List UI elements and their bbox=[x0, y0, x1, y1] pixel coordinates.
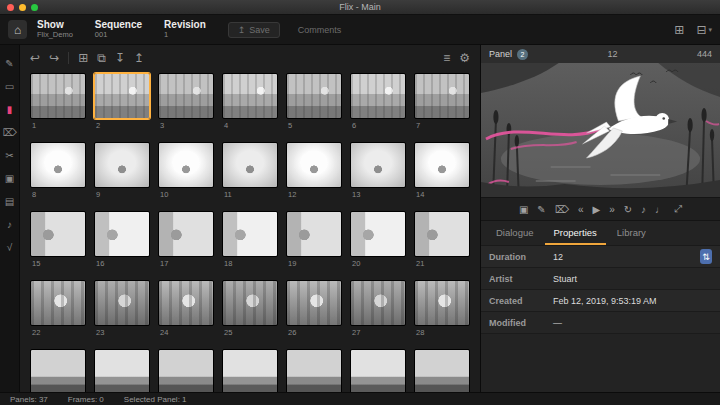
panel-thumbnail[interactable] bbox=[222, 142, 278, 188]
cut-panel-icon[interactable]: ✂ bbox=[3, 149, 17, 162]
panel-thumbnail[interactable] bbox=[158, 280, 214, 326]
draw-tool-icon[interactable]: ✎ bbox=[3, 57, 17, 70]
sequence-section[interactable]: Sequence 001 bbox=[95, 19, 142, 39]
save-button[interactable]: ↥ Save bbox=[228, 22, 280, 38]
storyboard-panel-5[interactable]: 5 bbox=[286, 73, 342, 130]
panel-thumbnail[interactable] bbox=[222, 73, 278, 119]
panel-thumbnail[interactable] bbox=[30, 211, 86, 257]
grid-scroll-area[interactable]: 1234567891011121314151617181920212223242… bbox=[20, 71, 480, 392]
storyboard-panel-21[interactable]: 21 bbox=[414, 211, 470, 268]
layout-grid-button[interactable]: ⊞ bbox=[674, 23, 684, 37]
skip-start-icon[interactable]: « bbox=[578, 204, 584, 215]
skip-end-icon[interactable]: » bbox=[609, 204, 615, 215]
storyboard-panel-31[interactable]: 31 bbox=[158, 349, 214, 392]
redo-icon[interactable]: ↪ bbox=[49, 51, 59, 65]
panel-thumbnail[interactable] bbox=[286, 280, 342, 326]
storyboard-panel-14[interactable]: 14 bbox=[414, 142, 470, 199]
storyboard-panel-26[interactable]: 26 bbox=[286, 280, 342, 337]
storyboard-panel-2[interactable]: 2 bbox=[94, 73, 150, 130]
edit-panel-icon[interactable]: ✎ bbox=[537, 204, 545, 215]
view-switcher-button[interactable]: ⊟ ▾ bbox=[696, 23, 712, 37]
storyboard-panel-25[interactable]: 25 bbox=[222, 280, 278, 337]
export-panel-icon[interactable]: ↥ bbox=[134, 51, 144, 65]
panel-thumbnail[interactable] bbox=[414, 280, 470, 326]
panel-thumbnail[interactable] bbox=[350, 73, 406, 119]
fullscreen-icon[interactable]: ⤢ bbox=[674, 203, 682, 215]
settings-gear-icon[interactable]: ⚙ bbox=[459, 51, 470, 65]
panel-thumbnail[interactable] bbox=[414, 142, 470, 188]
panel-thumbnail[interactable] bbox=[94, 73, 150, 119]
panel-thumbnail[interactable] bbox=[350, 280, 406, 326]
panel-thumbnail[interactable] bbox=[158, 73, 214, 119]
panel-thumbnail[interactable] bbox=[30, 280, 86, 326]
audio-icon[interactable]: ♪ bbox=[641, 204, 646, 215]
panel-thumbnail[interactable] bbox=[222, 280, 278, 326]
close-button[interactable] bbox=[7, 4, 14, 11]
storyboard-panel-16[interactable]: 16 bbox=[94, 211, 150, 268]
panel-thumbnail[interactable] bbox=[350, 211, 406, 257]
minimize-button[interactable] bbox=[19, 4, 26, 11]
panel-thumbnail[interactable] bbox=[414, 349, 470, 392]
storyboard-panel-11[interactable]: 11 bbox=[222, 142, 278, 199]
snapshot-icon[interactable]: ▣ bbox=[519, 204, 528, 215]
panel-thumbnail[interactable] bbox=[94, 142, 150, 188]
duration-stepper[interactable]: ⇅ bbox=[700, 249, 712, 264]
storyboard-panel-18[interactable]: 18 bbox=[222, 211, 278, 268]
storyboard-panel-12[interactable]: 12 bbox=[286, 142, 342, 199]
panel-thumbnail[interactable] bbox=[222, 349, 278, 392]
play-icon[interactable]: ▶ bbox=[592, 204, 600, 215]
storyboard-panel-35[interactable]: 35 bbox=[414, 349, 470, 392]
paste-panel-icon[interactable]: ▤ bbox=[3, 195, 17, 208]
undo-icon[interactable]: ↩ bbox=[30, 51, 40, 65]
storyboard-panel-3[interactable]: 3 bbox=[158, 73, 214, 130]
comments-input[interactable]: Comments bbox=[294, 22, 444, 38]
panel-thumbnail[interactable] bbox=[30, 349, 86, 392]
storyboard-panel-28[interactable]: 28 bbox=[414, 280, 470, 337]
record-panel-icon[interactable]: ▮ bbox=[3, 103, 17, 116]
panel-thumbnail[interactable] bbox=[414, 211, 470, 257]
storyboard-panel-6[interactable]: 6 bbox=[350, 73, 406, 130]
mute-icon[interactable]: ♩ bbox=[655, 204, 665, 215]
version-tool-icon[interactable]: √ bbox=[3, 241, 17, 254]
revision-section[interactable]: Revision 1 bbox=[164, 19, 206, 39]
import-panel-icon[interactable]: ↧ bbox=[115, 51, 125, 65]
panels-tool-icon[interactable]: ▭ bbox=[3, 80, 17, 93]
storyboard-panel-8[interactable]: 8 bbox=[30, 142, 86, 199]
show-section[interactable]: Show Flix_Demo bbox=[37, 19, 73, 39]
panel-thumbnail[interactable] bbox=[158, 349, 214, 392]
tab-properties[interactable]: Properties bbox=[545, 223, 606, 245]
panel-thumbnail[interactable] bbox=[222, 211, 278, 257]
tab-library[interactable]: Library bbox=[608, 223, 655, 245]
new-panel-icon[interactable]: ⊞ bbox=[78, 51, 88, 65]
storyboard-panel-19[interactable]: 19 bbox=[286, 211, 342, 268]
storyboard-panel-9[interactable]: 9 bbox=[94, 142, 150, 199]
home-button[interactable]: ⌂ bbox=[8, 20, 27, 39]
duplicate-panel-icon[interactable]: ⧉ bbox=[97, 51, 106, 65]
storyboard-panel-7[interactable]: 7 bbox=[414, 73, 470, 130]
panel-thumbnail[interactable] bbox=[286, 142, 342, 188]
storyboard-panel-29[interactable]: 29 bbox=[30, 349, 86, 392]
panel-thumbnail[interactable] bbox=[158, 142, 214, 188]
panel-thumbnail[interactable] bbox=[158, 211, 214, 257]
panel-thumbnail[interactable] bbox=[94, 280, 150, 326]
storyboard-panel-23[interactable]: 23 bbox=[94, 280, 150, 337]
panel-thumbnail[interactable] bbox=[94, 349, 150, 392]
storyboard-panel-24[interactable]: 24 bbox=[158, 280, 214, 337]
storyboard-panel-34[interactable]: 34 bbox=[350, 349, 406, 392]
tab-dialogue[interactable]: Dialogue bbox=[487, 223, 543, 245]
storyboard-panel-32[interactable]: 32 bbox=[222, 349, 278, 392]
storyboard-panel-4[interactable]: 4 bbox=[222, 73, 278, 130]
copy-panel-icon[interactable]: ▣ bbox=[3, 172, 17, 185]
audio-tool-icon[interactable]: ♪ bbox=[3, 218, 17, 231]
storyboard-panel-15[interactable]: 15 bbox=[30, 211, 86, 268]
storyboard-panel-27[interactable]: 27 bbox=[350, 280, 406, 337]
storyboard-panel-22[interactable]: 22 bbox=[30, 280, 86, 337]
view-options-icon[interactable]: ≡ bbox=[443, 51, 450, 65]
loop-icon[interactable]: ↻ bbox=[624, 204, 632, 215]
panel-thumbnail[interactable] bbox=[350, 349, 406, 392]
panel-thumbnail[interactable] bbox=[286, 211, 342, 257]
panel-thumbnail[interactable] bbox=[94, 211, 150, 257]
panel-thumbnail[interactable] bbox=[286, 349, 342, 392]
zoom-button[interactable] bbox=[31, 4, 38, 11]
storyboard-panel-33[interactable]: 33 bbox=[286, 349, 342, 392]
